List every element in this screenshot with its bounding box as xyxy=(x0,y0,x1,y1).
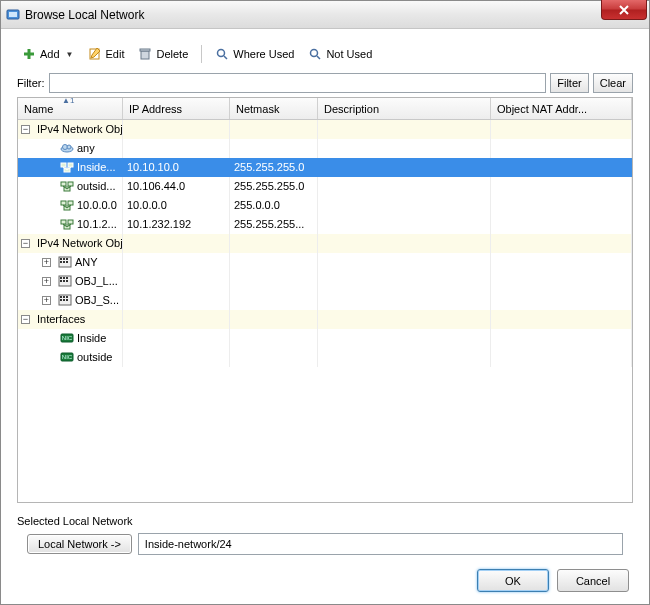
svg-line-8 xyxy=(317,56,320,59)
cell-mask xyxy=(230,253,318,272)
col-netmask[interactable]: Netmask xyxy=(230,98,318,119)
cell-nat xyxy=(491,215,632,234)
svg-rect-36 xyxy=(60,261,62,263)
cancel-button[interactable]: Cancel xyxy=(557,569,629,592)
where-used-button[interactable]: Where Used xyxy=(210,45,299,63)
collapse-icon[interactable]: − xyxy=(21,125,30,134)
table-row[interactable]: 10.0.0.010.0.0.0255.0.0.0 xyxy=(18,196,632,215)
group-cell: −Interfaces xyxy=(18,310,123,329)
svg-rect-47 xyxy=(60,296,62,298)
cell-name: +OBJ_S... xyxy=(18,291,123,310)
svg-point-11 xyxy=(67,145,71,149)
add-label: Add xyxy=(40,48,60,60)
cell-nat xyxy=(491,272,632,291)
cell-mask: 255.255.255.0 xyxy=(230,158,318,177)
group-label: IPv4 Network Objects xyxy=(37,123,123,135)
delete-label: Delete xyxy=(156,48,188,60)
edit-label: Edit xyxy=(106,48,125,60)
where-used-label: Where Used xyxy=(233,48,294,60)
close-button[interactable] xyxy=(601,0,647,20)
svg-point-5 xyxy=(218,50,225,57)
table-row[interactable]: +OBJ_S... xyxy=(18,291,632,310)
svg-rect-12 xyxy=(61,163,66,167)
svg-rect-35 xyxy=(66,258,68,260)
cell-name: outsid... xyxy=(18,177,123,196)
edit-button[interactable]: Edit xyxy=(83,45,130,63)
filter-button[interactable]: Filter xyxy=(550,73,588,93)
collapse-icon[interactable]: − xyxy=(21,239,30,248)
dialog-content: Add ▼ Edit Delete Where Used xyxy=(1,29,649,604)
objgroup-icon xyxy=(58,275,72,287)
interface-icon: NIC xyxy=(60,351,74,363)
clear-button[interactable]: Clear xyxy=(593,73,633,93)
cell-nat xyxy=(491,329,632,348)
table-row[interactable]: NICoutside xyxy=(18,348,632,367)
svg-rect-33 xyxy=(60,258,62,260)
svg-rect-41 xyxy=(63,277,65,279)
not-used-button[interactable]: Not Used xyxy=(303,45,377,63)
cell-ip xyxy=(123,253,230,272)
magnifier-icon xyxy=(308,48,322,60)
table-body[interactable]: −IPv4 Network ObjectsanyInside...10.10.1… xyxy=(18,120,632,502)
svg-rect-44 xyxy=(63,280,65,282)
group-row[interactable]: −Interfaces xyxy=(18,310,632,329)
delete-button[interactable]: Delete xyxy=(133,45,193,63)
table-header: Name ▲1 IP Address Netmask Description O… xyxy=(18,98,632,120)
cell-name: +OBJ_L... xyxy=(18,272,123,291)
svg-rect-48 xyxy=(63,296,65,298)
col-name[interactable]: Name ▲1 xyxy=(18,98,123,119)
collapse-icon[interactable]: − xyxy=(21,315,30,324)
group-cell: −IPv4 Network Object Groups xyxy=(18,234,123,253)
table-row[interactable]: Inside...10.10.10.0255.255.255.0 xyxy=(18,158,632,177)
cell-desc xyxy=(318,272,491,291)
table-row[interactable]: +OBJ_L... xyxy=(18,272,632,291)
cell-mask xyxy=(230,272,318,291)
dialog-buttons: OK Cancel xyxy=(17,555,633,594)
table-row[interactable]: 10.1.2...10.1.232.192255.255.255... xyxy=(18,215,632,234)
svg-rect-3 xyxy=(141,51,149,59)
filter-input[interactable] xyxy=(49,73,547,93)
cell-desc xyxy=(318,196,491,215)
group-row[interactable]: −IPv4 Network Object Groups xyxy=(18,234,632,253)
cell-ip: 10.106.44.0 xyxy=(123,177,230,196)
svg-rect-22 xyxy=(61,201,66,205)
local-network-button[interactable]: Local Network -> xyxy=(27,534,132,554)
svg-rect-37 xyxy=(63,261,65,263)
cell-nat xyxy=(491,158,632,177)
row-name: ANY xyxy=(75,256,98,268)
group-cell: −IPv4 Network Objects xyxy=(18,120,123,139)
svg-rect-13 xyxy=(68,163,73,167)
cell-mask: 255.0.0.0 xyxy=(230,196,318,215)
table-row[interactable]: outsid...10.106.44.0255.255.255.0 xyxy=(18,177,632,196)
row-name: any xyxy=(77,142,95,154)
col-nat[interactable]: Object NAT Addr... xyxy=(491,98,632,119)
svg-rect-4 xyxy=(140,49,150,51)
network-table: Name ▲1 IP Address Netmask Description O… xyxy=(17,97,633,503)
cell-nat xyxy=(491,196,632,215)
col-ip[interactable]: IP Address xyxy=(123,98,230,119)
col-description[interactable]: Description xyxy=(318,98,491,119)
cell-ip: 10.1.232.192 xyxy=(123,215,230,234)
expand-icon[interactable]: + xyxy=(42,296,51,305)
interface-icon: NIC xyxy=(60,332,74,344)
add-button[interactable]: Add ▼ xyxy=(17,45,79,63)
sort-indicator-icon: ▲1 xyxy=(62,97,74,105)
ok-button[interactable]: OK xyxy=(477,569,549,592)
table-row[interactable]: NICInside xyxy=(18,329,632,348)
expand-icon[interactable]: + xyxy=(42,277,51,286)
selected-network-field[interactable] xyxy=(138,533,623,555)
group-row[interactable]: −IPv4 Network Objects xyxy=(18,120,632,139)
expand-icon[interactable]: + xyxy=(42,258,51,267)
objgroup-icon xyxy=(58,256,72,268)
cell-nat xyxy=(491,139,632,158)
table-row[interactable]: any xyxy=(18,139,632,158)
svg-text:NIC: NIC xyxy=(62,335,73,341)
table-row[interactable]: +ANY xyxy=(18,253,632,272)
cell-ip xyxy=(123,329,230,348)
cell-desc xyxy=(318,139,491,158)
cell-mask: 255.255.255... xyxy=(230,215,318,234)
cell-ip: 10.10.10.0 xyxy=(123,158,230,177)
svg-rect-23 xyxy=(68,201,73,205)
cell-mask xyxy=(230,139,318,158)
host-icon xyxy=(60,199,74,211)
